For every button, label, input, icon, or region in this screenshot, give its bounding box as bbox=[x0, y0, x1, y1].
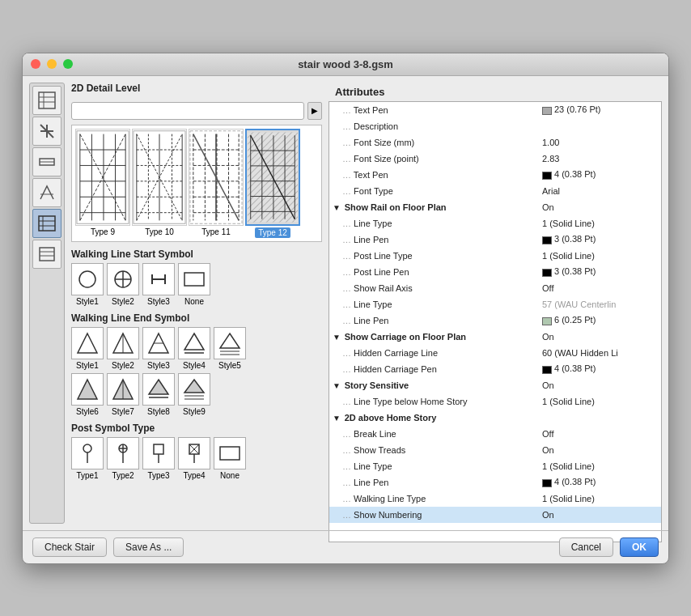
attr-name-text-13: Line Pen bbox=[354, 316, 388, 325]
attr-row-25[interactable]: … Show NumberingOn bbox=[329, 507, 661, 523]
attr-row-name-10: … Post Line Pen bbox=[329, 264, 539, 280]
wle-style3[interactable]: Style3 bbox=[142, 327, 175, 370]
stair-type-12[interactable]: Type 12 bbox=[245, 129, 300, 238]
wle-style6-label: Style6 bbox=[76, 407, 99, 416]
attr-row-9[interactable]: … Post Line Type1 (Solid Line) bbox=[329, 248, 661, 264]
toolbar-btn-2[interactable] bbox=[32, 117, 61, 146]
attr-name-text-19: 2D above Home Story bbox=[345, 413, 437, 423]
attr-row-11[interactable]: … Show Rail AxisOff bbox=[329, 280, 661, 296]
attr-row-18[interactable]: … Line Type below Home Story1 (Solid Lin… bbox=[329, 393, 661, 410]
attr-name-text-15: Hidden Carriage Line bbox=[354, 348, 438, 358]
wle-style1-label: Style1 bbox=[76, 361, 99, 370]
collapse-icon-14[interactable]: ▼ bbox=[333, 333, 343, 342]
wls-style2[interactable]: Style2 bbox=[107, 263, 139, 306]
attr-row-name-17: ▼ Story Sensitive bbox=[329, 377, 539, 393]
stair-type-9[interactable]: Type 9 bbox=[75, 129, 130, 238]
attr-name-text-2: Font Size (mm) bbox=[354, 138, 414, 147]
attr-row-22[interactable]: … Line Type1 (Solid Line) bbox=[329, 458, 661, 474]
left-panel: 2D Detail Level Custom ▶ bbox=[71, 83, 322, 524]
toolbar-btn-4[interactable] bbox=[32, 178, 61, 207]
attr-row-24[interactable]: … Walking Line Type1 (Solid Line) bbox=[329, 491, 661, 507]
wle-style4[interactable]: Style4 bbox=[178, 327, 210, 370]
wle-style8-label: Style8 bbox=[147, 407, 170, 416]
attr-row-23[interactable]: … Line Pen4 (0.38 Pt) bbox=[329, 474, 661, 491]
attr-row-1[interactable]: … Description bbox=[329, 118, 661, 134]
attr-row-13[interactable]: … Line Pen6 (0.25 Pt) bbox=[329, 312, 661, 329]
dropdown-arrow-button[interactable]: ▶ bbox=[307, 102, 322, 120]
attr-row-name-25: … Show Numbering bbox=[329, 507, 539, 523]
attr-row-2[interactable]: … Font Size (mm)1.00 bbox=[329, 134, 661, 151]
stair-type-10[interactable]: Type 10 bbox=[132, 129, 187, 238]
wls-style3[interactable]: Style3 bbox=[142, 263, 175, 306]
attr-row-name-21: … Show Treads bbox=[329, 442, 539, 458]
detail-level-dropdown[interactable]: Custom bbox=[71, 102, 304, 120]
attr-row-5[interactable]: … Font TypeArial bbox=[329, 183, 661, 199]
wle-style6[interactable]: Style6 bbox=[71, 373, 104, 416]
ps-type2[interactable]: Type2 bbox=[107, 437, 139, 480]
wle-style1[interactable]: Style1 bbox=[71, 327, 104, 370]
wls-style1[interactable]: Style1 bbox=[71, 263, 104, 306]
attr-row-name-19: ▼ 2D above Home Story bbox=[329, 410, 539, 426]
collapse-icon-19[interactable]: ▼ bbox=[333, 414, 343, 423]
wls-style1-label: Style1 bbox=[76, 297, 99, 306]
attr-row-20[interactable]: … Break LineOff bbox=[329, 426, 661, 442]
color-swatch-0 bbox=[542, 107, 552, 115]
attr-row-8[interactable]: … Line Pen3 (0.38 Pt) bbox=[329, 232, 661, 248]
post-symbol-section: Post Symbol Type Type1 bbox=[71, 423, 322, 480]
attr-row-name-5: … Font Type bbox=[329, 183, 539, 199]
attr-row-name-14: ▼ Show Carriage on Floor Plan bbox=[329, 329, 539, 345]
attr-name-text-12: Line Type bbox=[354, 300, 392, 309]
attr-row-value-19 bbox=[539, 410, 661, 426]
ps-type1[interactable]: Type1 bbox=[71, 437, 104, 480]
attr-row-name-3: … Font Size (point) bbox=[329, 151, 539, 167]
toolbar-btn-1[interactable] bbox=[32, 86, 61, 115]
attr-row-4[interactable]: … Text Pen4 (0.38 Pt) bbox=[329, 167, 661, 183]
attr-row-14[interactable]: ▼ Show Carriage on Floor PlanOn bbox=[329, 329, 661, 345]
cancel-button[interactable]: Cancel bbox=[559, 537, 613, 557]
color-swatch-16 bbox=[542, 366, 552, 374]
attr-row-17[interactable]: ▼ Story SensitiveOn bbox=[329, 377, 661, 393]
check-stair-button[interactable]: Check Stair bbox=[32, 537, 107, 557]
wle-style5[interactable]: Style5 bbox=[214, 327, 246, 370]
attr-name-text-5: Font Type bbox=[354, 186, 393, 196]
attr-row-7[interactable]: … Line Type1 (Solid Line) bbox=[329, 215, 661, 232]
collapse-icon-17[interactable]: ▼ bbox=[333, 381, 343, 390]
attr-row-21[interactable]: … Show TreadsOn bbox=[329, 442, 661, 458]
attributes-panel[interactable]: … Text Pen23 (0.76 Pt)… Description… Fon… bbox=[329, 101, 662, 542]
attr-row-value-5: Arial bbox=[539, 183, 661, 199]
wls-none[interactable]: None bbox=[178, 263, 210, 306]
svg-rect-10 bbox=[39, 216, 55, 231]
attr-row-value-17: On bbox=[539, 377, 661, 393]
attr-row-12[interactable]: … Line Type57 (WAU Centerlin bbox=[329, 296, 661, 312]
wle-style8[interactable]: Style8 bbox=[142, 373, 175, 416]
attr-row-3[interactable]: … Font Size (point)2.83 bbox=[329, 151, 661, 167]
wle-style7[interactable]: Style7 bbox=[107, 373, 139, 416]
attr-row-6[interactable]: ▼ Show Rail on Floor PlanOn bbox=[329, 199, 661, 215]
wle-style2[interactable]: Style2 bbox=[107, 327, 139, 370]
stair-type-11[interactable]: Type 11 bbox=[189, 129, 244, 238]
attr-row-19[interactable]: ▼ 2D above Home Story bbox=[329, 410, 661, 426]
ps-none[interactable]: None bbox=[214, 437, 246, 480]
walking-line-end-section: Walking Line End Symbol Style1 bbox=[71, 312, 322, 416]
detail-level-label: 2D Detail Level bbox=[71, 83, 322, 94]
attr-row-15[interactable]: … Hidden Carriage Line60 (WAU Hidden Li bbox=[329, 345, 661, 361]
attr-row-16[interactable]: … Hidden Carriage Pen4 (0.38 Pt) bbox=[329, 361, 661, 377]
ps-type3[interactable]: Type3 bbox=[142, 437, 175, 480]
save-as-button[interactable]: Save As ... bbox=[113, 537, 184, 557]
attr-row-name-23: … Line Pen bbox=[329, 474, 539, 491]
wle-style9[interactable]: Style9 bbox=[178, 373, 210, 416]
attr-row-name-24: … Walking Line Type bbox=[329, 491, 539, 507]
color-swatch-13 bbox=[542, 317, 552, 325]
toolbar-btn-6[interactable] bbox=[32, 240, 61, 269]
svg-marker-85 bbox=[220, 333, 240, 348]
ps-type4[interactable]: Type4 bbox=[178, 437, 210, 480]
collapse-icon-6[interactable]: ▼ bbox=[333, 203, 343, 212]
ok-button[interactable]: OK bbox=[620, 537, 659, 557]
toolbar-btn-5[interactable] bbox=[32, 209, 61, 238]
svg-rect-108 bbox=[220, 447, 240, 460]
attr-name-text-11: Show Rail Axis bbox=[354, 283, 413, 293]
attributes-header: Attributes bbox=[329, 83, 662, 101]
attr-row-10[interactable]: … Post Line Pen3 (0.38 Pt) bbox=[329, 264, 661, 280]
attr-row-0[interactable]: … Text Pen23 (0.76 Pt) bbox=[329, 102, 661, 118]
toolbar-btn-3[interactable] bbox=[32, 147, 61, 176]
